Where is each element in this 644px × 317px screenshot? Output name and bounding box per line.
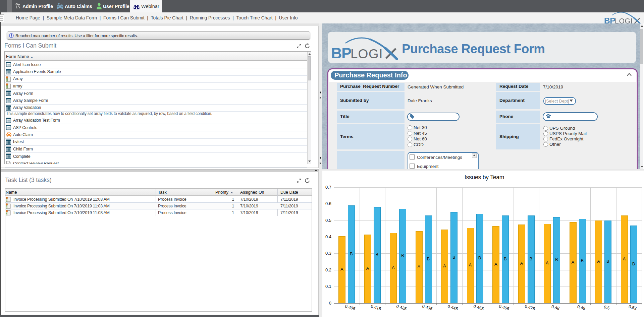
svg-text:LOGI: LOGI <box>615 17 633 24</box>
svg-text:LOGI: LOGI <box>351 47 383 60</box>
svg-text:BP: BP <box>604 16 615 24</box>
svg-text:BP: BP <box>331 45 351 60</box>
